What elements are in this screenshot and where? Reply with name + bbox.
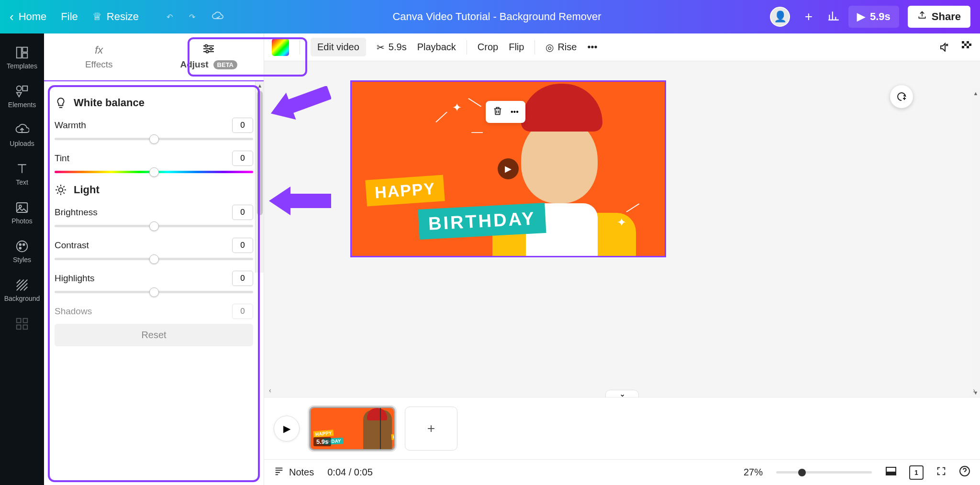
slider-track[interactable] [55, 258, 253, 260]
file-menu[interactable]: File [61, 11, 78, 23]
slider-thumb[interactable] [149, 254, 159, 264]
zoom-thumb[interactable] [798, 469, 806, 476]
slider-thumb[interactable] [149, 134, 159, 144]
more-icon: ••• [587, 42, 597, 53]
playhead[interactable] [380, 407, 381, 451]
svg-point-6 [19, 205, 22, 208]
canvas-viewport[interactable]: ▲ ▼ ✦ ╱ ╲ — ✦ ╱ [264, 61, 980, 397]
text-icon [15, 162, 29, 176]
home-label: Home [19, 11, 47, 23]
animate-button[interactable]: ◎ Rise [546, 42, 577, 53]
slider-track[interactable] [55, 291, 253, 293]
effects-icon: fx [95, 44, 103, 56]
color-picker[interactable] [272, 39, 289, 56]
slider-highlights: Highlights 0 [55, 271, 253, 293]
add-collaborator-button[interactable]: + [799, 7, 819, 27]
nav-text[interactable]: Text [0, 154, 44, 193]
fullscreen-icon[interactable] [936, 466, 947, 479]
nav-more[interactable] [0, 309, 44, 338]
svg-rect-11 [17, 319, 21, 323]
text-happy[interactable]: HAPPY [365, 175, 445, 206]
help-icon[interactable] [959, 465, 970, 479]
slider-value-input[interactable]: 0 [232, 271, 253, 286]
bottom-bar: Notes 0:04 / 0:05 27% 1 [264, 459, 980, 485]
cloud-sync-icon[interactable] [212, 11, 224, 22]
collapse-pages-icon[interactable]: ⌄ [605, 390, 639, 397]
edit-video-button[interactable]: Edit video [311, 38, 366, 56]
playback-button[interactable]: Playback [417, 42, 456, 53]
prev-page-icon[interactable]: ‹ [269, 386, 271, 394]
nav-label: Uploads [10, 140, 34, 147]
slider-tint: Tint 0 [55, 151, 253, 173]
play-overlay-button[interactable]: ▶ [498, 158, 519, 179]
slider-value-input[interactable]: 0 [232, 238, 253, 253]
home-button[interactable]: ‹ Home [10, 10, 46, 24]
preview-button[interactable]: ▶ 5.9s [848, 6, 899, 28]
transparency-icon[interactable] [961, 40, 972, 54]
grid-view-icon[interactable] [885, 466, 897, 478]
more-icon[interactable]: ••• [511, 108, 519, 116]
slider-track[interactable] [55, 138, 253, 140]
tab-effects[interactable]: fx Effects [44, 33, 154, 80]
redo-icon[interactable]: ↷ [189, 12, 195, 22]
svg-rect-19 [962, 41, 964, 44]
document-title[interactable]: Canva Video Tutorial - Background Remove… [224, 11, 770, 23]
slider-value-input[interactable]: 0 [232, 118, 253, 133]
slider-label: Highlights [55, 273, 94, 284]
page-counter[interactable]: 1 [909, 465, 924, 480]
elements-icon [15, 84, 29, 99]
insights-icon[interactable] [827, 10, 840, 24]
notes-button[interactable]: Notes [274, 466, 314, 479]
add-clip-button[interactable]: + [405, 407, 457, 451]
reset-button[interactable]: Reset [55, 324, 253, 346]
nav-styles[interactable]: Styles [0, 232, 44, 271]
delete-icon[interactable] [492, 106, 503, 118]
timeline-clip[interactable]: HAPPY THDAY HAP 5.9s [309, 407, 395, 451]
nav-label: Elements [8, 101, 36, 109]
nav-elements[interactable]: Elements [0, 77, 44, 116]
slider-value-input[interactable]: 0 [232, 304, 253, 319]
slider-value-input[interactable]: 0 [232, 205, 253, 220]
nav-label: Photos [11, 217, 33, 225]
slider-value-input[interactable]: 0 [232, 151, 253, 166]
next-page-icon[interactable]: › [973, 386, 975, 394]
annotation-arrow [269, 86, 331, 121]
nav-background[interactable]: Background [0, 271, 44, 309]
slider-track[interactable] [55, 171, 253, 173]
svg-rect-2 [22, 53, 27, 58]
share-icon [917, 11, 927, 23]
tab-label: Effects [85, 59, 113, 70]
background-icon [15, 278, 29, 292]
canvas-scrollbar[interactable]: ▲ ▼ [971, 89, 980, 397]
zoom-slider[interactable] [776, 471, 872, 474]
page-number: 1 [914, 469, 918, 476]
svg-rect-4 [22, 86, 27, 91]
flip-button[interactable]: Flip [509, 42, 524, 53]
svg-rect-20 [967, 41, 969, 44]
slider-track[interactable] [55, 225, 253, 227]
crop-button[interactable]: Crop [478, 42, 498, 53]
resize-button[interactable]: ♕ Resize [92, 11, 139, 23]
nav-uploads[interactable]: Uploads [0, 116, 44, 154]
duration-button[interactable]: ✂ 5.9s [377, 42, 407, 53]
undo-icon[interactable]: ↶ [167, 12, 173, 22]
mute-icon[interactable] [939, 40, 950, 54]
more-button[interactable]: ••• [587, 42, 597, 53]
nav-templates[interactable]: Templates [0, 38, 44, 77]
selected-video-element[interactable]: ✦ ╱ ╲ — ✦ ╱ HAPPY BIRTHDAY ▶ ••• [350, 80, 666, 257]
slider-thumb[interactable] [149, 287, 159, 297]
notes-icon [274, 466, 284, 479]
slider-label: Brightness [55, 207, 98, 218]
tab-adjust[interactable]: Adjust BETA [154, 33, 264, 80]
add-page-fab[interactable] [890, 85, 913, 108]
slider-thumb[interactable] [149, 221, 159, 231]
share-button[interactable]: Share [908, 6, 970, 28]
nav-photos[interactable]: Photos [0, 193, 44, 232]
floating-context-menu: ••• [486, 101, 525, 123]
timeline-play-button[interactable]: ▶ [274, 416, 300, 441]
slider-thumb[interactable] [149, 167, 159, 177]
svg-point-17 [206, 51, 209, 53]
canvas-area: Edit video ✂ 5.9s Playback Crop Flip ◎ R… [264, 33, 980, 485]
user-avatar[interactable]: 👤 [770, 7, 790, 27]
scroll-up-icon[interactable]: ▲ [971, 89, 980, 98]
